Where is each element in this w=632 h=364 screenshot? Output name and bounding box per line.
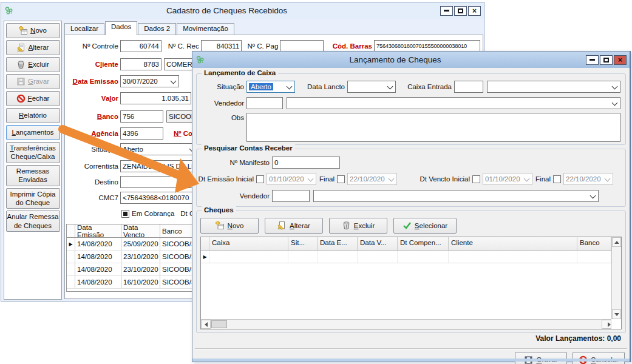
group-pesquisar-contas: Pesquisar Contas Receber Nº Manifesto 0 … [196, 149, 626, 207]
scroll-up-button[interactable] [612, 237, 621, 247]
sidebar-button-alterar[interactable]: Alterar [6, 40, 60, 55]
tab-localizar[interactable]: Localizar [64, 23, 104, 35]
obs-textarea[interactable] [246, 113, 620, 142]
row-date-filters: Dt Emissão Inicial 01/10/2020 Final 22/1… [200, 172, 620, 186]
footer-actions: Gravar Cancelar [515, 352, 625, 364]
vertical-scrollbar[interactable] [611, 237, 621, 319]
cmc7-label: CMC7 [70, 194, 118, 201]
close-button[interactable]: × [468, 6, 481, 16]
arrow-up-icon [614, 241, 619, 244]
scrollbar-thumb[interactable] [211, 320, 227, 328]
cancelar-button[interactable]: Cancelar [573, 352, 625, 364]
n-c-pag-field[interactable] [280, 40, 324, 52]
col-data-e[interactable]: Data E... [318, 237, 358, 250]
dt-vencto-final-checkbox[interactable] [553, 175, 561, 183]
em-cobranca-checkbox[interactable] [121, 210, 129, 218]
save-icon [16, 77, 25, 86]
scroll-left-button[interactable] [201, 320, 211, 329]
sidebar-button-excluir[interactable]: Excluir [6, 57, 60, 72]
manifesto-field[interactable]: 0 [272, 157, 340, 169]
excluir-button[interactable]: Excluir [329, 218, 387, 234]
em-cobranca-label: Em Cobrança [132, 210, 174, 217]
chevron-down-icon [308, 176, 314, 182]
col-data-emissao[interactable]: Data Emissão [75, 224, 121, 237]
vendedor-combo[interactable] [313, 190, 599, 202]
maximize-icon [458, 8, 463, 13]
novo-button[interactable]: Novo [200, 218, 259, 234]
col-dt-compen[interactable]: Dt Compen... [398, 237, 449, 250]
close-icon: × [618, 56, 622, 64]
chevron-down-icon [612, 84, 618, 90]
banco-code-field[interactable]: 756 [120, 110, 163, 123]
sidebar-button-anular-remessa[interactable]: Anular Remessa de Cheques [6, 211, 60, 232]
minimize-button[interactable] [440, 6, 453, 16]
col-banco[interactable]: Banco [577, 237, 611, 250]
cliente-code-field[interactable]: 8783 [120, 58, 161, 70]
col-sit[interactable]: Sit... [288, 237, 318, 250]
group-lancamento-caixa: Lançamento de Caixa Situação Aberto Data… [196, 73, 626, 145]
tab-dados[interactable]: Dados [105, 21, 137, 35]
data-lancto-combo[interactable] [347, 81, 396, 93]
sidebar-button-lancamentos[interactable]: Lançamentos [6, 125, 60, 140]
row-vendedor-lancto: Vendedor [200, 96, 620, 110]
grid-empty-row[interactable]: ▶ [201, 251, 611, 263]
scroll-right-button[interactable] [602, 320, 611, 329]
vendedor-combo[interactable] [287, 97, 620, 109]
chevron-down-icon [524, 176, 530, 182]
sidebar-button-fechar[interactable]: Fechar [6, 91, 60, 106]
row-manifesto: Nº Manifesto 0 [200, 156, 620, 169]
chevron-down-icon [590, 193, 596, 199]
sidebar-button-transferencias[interactable]: Transferências Cheque/Caixa [6, 142, 60, 163]
n-c-rec-field[interactable]: 840311 [201, 40, 242, 52]
vendedor-code-field[interactable] [272, 190, 310, 202]
group-title: Pesquisar Contas Receber [202, 144, 295, 152]
close-icon: × [472, 7, 477, 15]
alterar-button[interactable]: Alterar [265, 218, 323, 234]
col-data-v[interactable]: Data V... [358, 237, 398, 250]
maximize-button[interactable] [454, 6, 467, 16]
sidebar-button-remessas-enviadas[interactable]: Remessas Enviadas [6, 165, 60, 186]
dt-vencto-inicial-checkbox[interactable] [472, 175, 480, 183]
gravar-button[interactable]: Gravar [515, 352, 567, 364]
n-controle-field[interactable]: 60744 [120, 40, 161, 52]
row-marker-icon: ▶ [67, 238, 75, 250]
row-vendedor-pesquisa: Vendedor [200, 189, 620, 203]
new-icon [19, 26, 28, 35]
dt-emissao-final-checkbox[interactable] [337, 175, 345, 183]
chevron-down-icon [171, 78, 177, 84]
cod-barras-field[interactable]: 756430680180070155500000038010 [374, 40, 480, 52]
tab-movimentacao[interactable]: Movimentação [177, 23, 234, 35]
sidebar-button-label: Remessas Enviadas [7, 167, 59, 184]
situacao-combo[interactable]: Aberto [120, 143, 198, 155]
correntista-label: Correntista [70, 163, 118, 170]
agencia-field[interactable]: 4396 [120, 127, 163, 140]
caixa-entrada-combo[interactable] [487, 81, 620, 93]
sidebar-button-relatorio[interactable]: Relatório [6, 108, 60, 123]
valor-field[interactable]: 1.035,31 [120, 92, 191, 104]
scroll-down-button[interactable] [612, 309, 621, 319]
sidebar-button-novo[interactable]: Novo [6, 23, 60, 38]
sidebar-button-imprimir-copia[interactable]: Imprimir Cópia do Cheque [6, 188, 60, 209]
back-titlebar[interactable]: Cadastro de Cheques Recebidos × [1, 2, 484, 19]
cheques-grid[interactable]: Caixa Sit... Data E... Data V... Dt Comp… [200, 237, 622, 329]
tab-dados2[interactable]: Dados 2 [138, 23, 176, 35]
front-titlebar[interactable]: Lançamento de Cheques × [192, 52, 630, 68]
vendedor-code-field[interactable] [246, 97, 283, 109]
arrow-left-icon [205, 322, 208, 327]
close-button[interactable]: × [614, 55, 627, 65]
col-caixa[interactable]: Caixa [209, 237, 288, 250]
cheques-toolbar: Novo Alterar Excluir Selecionar [200, 217, 620, 234]
caixa-entrada-code-field[interactable] [454, 81, 483, 93]
selecionar-button[interactable]: Selecionar [393, 218, 457, 234]
dt-emissao-inicial-checkbox[interactable] [256, 175, 264, 183]
maximize-button[interactable] [600, 55, 613, 65]
minimize-button[interactable] [586, 55, 599, 65]
front-window-title: Lançamento de Cheques [205, 55, 586, 64]
arrow-down-icon [614, 313, 619, 316]
data-emissao-combo[interactable]: 30/07/2020 [120, 75, 179, 87]
col-cliente[interactable]: Cliente [449, 237, 577, 250]
situacao-combo[interactable]: Aberto [246, 81, 295, 93]
col-data-vencto[interactable]: Data Vencto [121, 224, 160, 237]
horizontal-scrollbar[interactable] [201, 319, 611, 329]
chevron-down-icon [287, 84, 293, 90]
